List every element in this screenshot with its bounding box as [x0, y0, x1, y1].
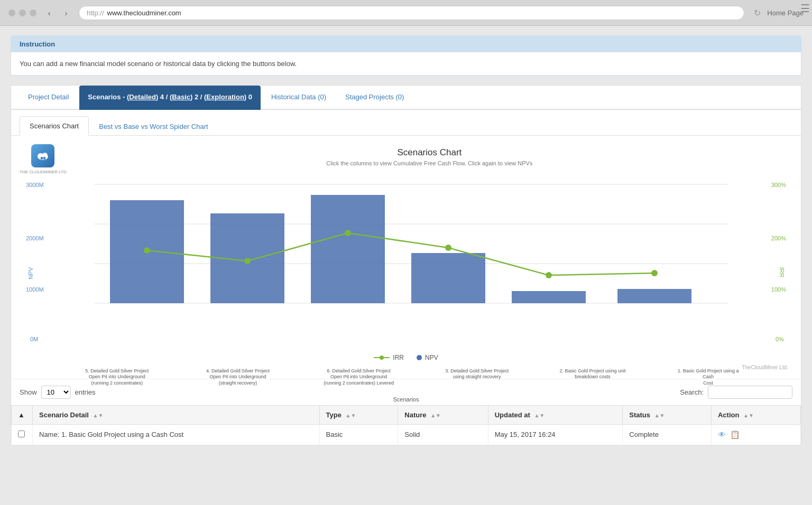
y-label-0: 0M [30, 336, 38, 342]
browser-right: ↻ Home Page [754, 8, 804, 18]
chart-legend: IRR NPV [20, 354, 792, 361]
chart-svg [57, 184, 766, 306]
delete-icon[interactable]: 📋 [730, 430, 740, 439]
cell-updated-at: May 15, 2017 16:24 [488, 424, 623, 445]
data-table: ▲ Scenario Detail ▲▼ Type ▲▼ Nature ▲▼ U [11, 405, 801, 445]
y-label-1000: 1000M [26, 286, 44, 293]
main-card: Project Detail Scenarios - (Detailed) 4 … [11, 85, 801, 446]
x-label-3: 6. Detailed Gold:Silver ProjectOpen Pit … [322, 368, 396, 387]
dot-2 [19, 10, 26, 16]
x-axis-title: Scenarios [20, 396, 792, 403]
cell-action: 👁 📋 [711, 424, 800, 445]
tabs-row: Project Detail Scenarios - (Detailed) 4 … [11, 86, 801, 110]
dot-1 [8, 10, 15, 16]
cell-nature: Solid [398, 424, 488, 445]
sort-status-icon: ▲▼ [654, 413, 665, 418]
svg-rect-4 [43, 157, 45, 160]
browser-nav: ‹ › [42, 5, 73, 20]
entries-label: entries [75, 388, 96, 396]
y-axis-left-title: NPV [27, 267, 34, 279]
sort-updated-icon: ▲▼ [534, 413, 545, 418]
bar-6[interactable] [617, 289, 691, 303]
table-wrapper: ▲ Scenario Detail ▲▼ Type ▲▼ Nature ▲▼ U [11, 405, 801, 445]
legend-irr: IRR [374, 354, 404, 361]
bar-5[interactable] [512, 291, 586, 303]
y-axis-right-title: IRR [779, 267, 786, 277]
sort-action-icon: ▲▼ [743, 413, 754, 418]
subtabs-row: Scenarios Chart Best vs Base vs Worst Sp… [11, 116, 801, 136]
irr-dot-5 [546, 272, 552, 278]
dot-3 [30, 10, 36, 16]
chart-title: Scenarios Chart [67, 147, 792, 158]
view-icon[interactable]: 👁 [718, 430, 726, 439]
svg-rect-3 [41, 157, 43, 160]
url-protocol: http:// [87, 9, 104, 17]
col-header-updated-at[interactable]: Updated at ▲▼ [488, 405, 623, 424]
col-header-status[interactable]: Status ▲▼ [623, 405, 712, 424]
legend-npv-label: NPV [425, 354, 438, 361]
col-header-nature[interactable]: Nature ▲▼ [398, 405, 488, 424]
tab-staged-projects[interactable]: Staged Projects (0) [337, 86, 412, 110]
cloudminer-logo-icon [35, 148, 50, 163]
url-display: www.thecloudminer.com [107, 9, 181, 17]
show-label: Show [20, 388, 37, 396]
y-label-300pct: 300% [771, 182, 786, 188]
tab-project-detail[interactable]: Project Detail [20, 86, 77, 110]
cell-scenario-detail: Name: 1. Basic Gold Project using a Cash… [33, 424, 320, 445]
reload-icon[interactable]: ↻ [754, 8, 761, 18]
back-button[interactable]: ‹ [42, 5, 57, 20]
browser-chrome: ‹ › http:// www.thecloudminer.com ↻ Home… [0, 0, 812, 26]
col-header-checkbox: ▲ [12, 405, 33, 424]
y-label-0pct: 0% [776, 336, 784, 342]
subtab-spider-chart[interactable]: Best vs Base vs Worst Spider Chart [89, 117, 218, 136]
y-label-200pct: 200% [771, 235, 786, 241]
action-icons: 👁 📋 [718, 430, 794, 439]
y-label-100pct: 100% [771, 286, 786, 293]
irr-dot-2 [244, 258, 251, 264]
table-row: Name: 1. Basic Gold Project using a Cash… [12, 424, 801, 445]
sort-scenario-icon: ▲▼ [93, 413, 104, 418]
chart-area: THE CLOUDMINER LTD Scenarios Chart Click… [11, 136, 801, 379]
legend-npv: NPV [417, 354, 438, 361]
address-bar[interactable]: http:// www.thecloudminer.com [79, 6, 744, 20]
sort-type-icon: ▲▼ [346, 413, 356, 418]
tab-historical-data[interactable]: Historical Data (0) [263, 86, 335, 110]
irr-dot-6 [651, 270, 658, 276]
legend-irr-label: IRR [393, 354, 404, 361]
x-label-4: 3. Detailed Gold:Silver Projectusing str… [442, 368, 511, 387]
tab-scenarios[interactable]: Scenarios - (Detailed) 4 / (Basic) 2 / (… [79, 86, 261, 110]
chart-logo-text: THE CLOUDMINER LTD [20, 170, 67, 175]
chart-subtitle: Click the columns to view Cumulative Fre… [67, 160, 792, 166]
y-label-2000: 2000M [26, 235, 44, 241]
cell-checkbox [12, 424, 33, 445]
instruction-header: Instruction [11, 36, 801, 52]
y-label-3000: 3000M [26, 182, 44, 188]
x-label-5: 2. Basic Gold Project using unitbreakdow… [558, 368, 627, 387]
page-content: Instruction You can add a new financial … [0, 26, 812, 499]
col-header-scenario-detail[interactable]: Scenario Detail ▲▼ [33, 405, 320, 424]
subtab-scenarios-chart[interactable]: Scenarios Chart [20, 116, 89, 136]
sort-nature-icon: ▲▼ [430, 413, 441, 418]
col-header-action[interactable]: Action ▲▼ [711, 405, 800, 424]
x-label-6: 1. Basic Gold Project using a CashCost [674, 368, 743, 387]
instruction-body: You can add a new financial model scenar… [11, 52, 801, 75]
bar-4[interactable] [411, 253, 485, 303]
irr-dot-4 [445, 245, 451, 251]
irr-dot-1 [144, 247, 150, 254]
instruction-box: Instruction You can add a new financial … [11, 35, 801, 76]
cell-status: Complete [623, 424, 712, 445]
sort-checkbox-icon: ▲ [18, 411, 25, 419]
row-checkbox[interactable] [18, 431, 25, 437]
bar-3[interactable] [311, 195, 385, 303]
browser-dots [8, 10, 36, 16]
forward-button[interactable]: › [59, 5, 73, 20]
x-label-1: 5. Detailed Gold:Silver ProjectOpen Pit … [80, 368, 154, 387]
legend-npv-dot [417, 355, 422, 360]
x-label-2: 4. Detailed Gold:Silver ProjectOpen Pit … [201, 368, 275, 387]
col-header-type[interactable]: Type ▲▼ [319, 405, 398, 424]
irr-dot-3 [345, 230, 351, 236]
cell-type: Basic [319, 424, 398, 445]
search-label: Search: [680, 388, 704, 396]
